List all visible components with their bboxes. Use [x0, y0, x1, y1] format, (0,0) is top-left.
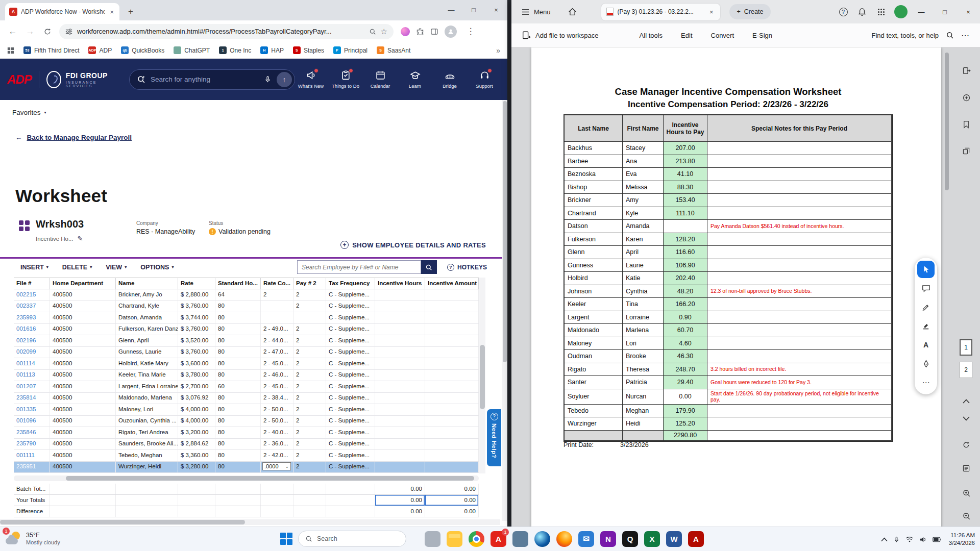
app-grid-icon[interactable] — [873, 4, 889, 19]
cell-incentive-amount[interactable] — [425, 462, 479, 473]
minimize-button[interactable]: — — [440, 0, 462, 19]
nav-bridge[interactable]: Bridge — [434, 70, 465, 89]
need-help-button[interactable]: ? Need Help? — [487, 409, 501, 466]
scrollbar-thumb[interactable] — [480, 345, 485, 409]
tab-convert[interactable]: Convert — [711, 32, 734, 39]
scrollbar-thumb[interactable] — [945, 53, 949, 190]
col-header[interactable]: Home Department — [50, 278, 116, 289]
taskbar-app-icon[interactable]: N — [600, 531, 616, 547]
bookmark-item[interactable]: ChatGPT — [174, 46, 210, 54]
grid-row[interactable]: 002099 400500 Gunness, Laurie $ 3,760.00… — [14, 347, 479, 359]
search-submit-icon[interactable]: ↑ — [277, 72, 292, 87]
cell-incentive-hours[interactable] — [375, 335, 425, 346]
zoom-in-icon[interactable] — [959, 485, 974, 500]
cell-rate-code[interactable]: 2 - 42.0...⌄ — [261, 450, 293, 461]
grid-row[interactable]: 235846 400500 Rigato, Teri Andrea $ 3,20… — [14, 427, 479, 439]
cell-file-number[interactable]: 001616 — [14, 324, 50, 335]
grid-row[interactable]: 001114 400500 Holbird, Katie Mary $ 3,60… — [14, 358, 479, 370]
cell-incentive-hours[interactable] — [375, 404, 425, 415]
scrollbar-thumb[interactable] — [66, 476, 474, 481]
export-pdf-icon[interactable] — [959, 63, 974, 78]
cell-file-number[interactable]: 002196 — [14, 335, 50, 346]
zoom-out-icon[interactable] — [959, 508, 974, 523]
browser-tab[interactable]: A ADP Workforce Now - Workshe... × — [5, 3, 119, 20]
cell-rate-code[interactable]: 2 - 45.0...⌄ — [261, 381, 293, 392]
grid-row[interactable]: 001111 400500 Tebedo, Meghan $ 3,360.00 … — [14, 450, 479, 462]
delete-menu[interactable]: DELETE▾ — [62, 264, 92, 271]
sign-tool-icon[interactable] — [917, 355, 935, 372]
bookmark-item[interactable]: ADP ADP — [88, 46, 112, 54]
bookmark-panel-icon[interactable] — [959, 117, 974, 132]
cell-rate-code[interactable]: 2 - 38.4...⌄ — [261, 393, 293, 404]
cell-rate-code[interactable]: ⌄ — [261, 301, 293, 312]
cell-incentive-amount[interactable] — [425, 427, 479, 438]
bookmark-item[interactable]: P Principal — [333, 46, 368, 54]
cell-file-number[interactable]: 235790 — [14, 439, 50, 450]
cell-incentive-amount[interactable] — [425, 312, 479, 323]
cell-incentive-amount[interactable] — [425, 416, 479, 427]
tab-close-icon[interactable]: × — [108, 8, 115, 16]
grid-horizontal-scrollbar[interactable] — [14, 475, 479, 481]
weather-widget[interactable]: 1 35°F Mostly cloudy — [5, 530, 60, 546]
extension-pink-icon[interactable] — [401, 27, 410, 36]
cell-rate-code[interactable]: 2 - 36.0...⌄ — [261, 439, 293, 450]
cell-incentive-amount[interactable] — [425, 324, 479, 335]
cell-incentive-hours[interactable] — [375, 370, 425, 381]
cell-file-number[interactable]: 002215 — [14, 289, 50, 300]
ai-assistant-icon[interactable] — [959, 90, 974, 106]
cell-incentive-amount[interactable] — [425, 370, 479, 381]
wifi-icon[interactable] — [905, 536, 914, 542]
cell-rate-code[interactable]: 2 - 50.0...⌄ — [261, 404, 293, 415]
taskbar-app-icon[interactable] — [556, 531, 572, 547]
cell-file-number[interactable]: 001113 — [14, 370, 50, 381]
maximize-button[interactable]: □ — [462, 0, 485, 19]
bookmarks-overflow-icon[interactable]: » — [496, 46, 500, 55]
page-down-icon[interactable] — [959, 411, 974, 426]
url-text[interactable]: workforcenow.adp.com/theme/admin.html#/P… — [77, 28, 364, 35]
taskbar-app-icon[interactable]: A 1 — [491, 531, 506, 547]
maximize-button[interactable]: □ — [933, 0, 957, 23]
col-header[interactable]: Incentive Hours — [375, 278, 425, 289]
cell-file-number[interactable]: 001335 — [14, 404, 50, 415]
cell-incentive-hours[interactable] — [375, 381, 425, 392]
bookmark-star-icon[interactable]: ☆ — [381, 27, 387, 36]
close-button[interactable]: × — [485, 0, 507, 19]
bookmark-item[interactable]: H HAP — [260, 46, 284, 54]
grid-row[interactable]: 235951 400500 Wurzinger, Heidi $ 3,280.0… — [14, 462, 479, 473]
start-button[interactable] — [280, 532, 293, 545]
cell-rate-code[interactable]: 2⌄ — [261, 289, 293, 300]
bookmark-item[interactable]: 1 One Inc — [219, 46, 251, 54]
clock[interactable]: 11:26 AM 3/24/2026 — [949, 532, 975, 547]
adp-search-placeholder[interactable]: Search for anything — [151, 76, 259, 83]
taskbar-search[interactable]: Search — [298, 531, 406, 547]
find-tools-button[interactable]: Find text, tools, or help ⋯ — [871, 31, 970, 40]
adp-search-bar[interactable]: Search for anything ↑ — [129, 69, 295, 90]
taskbar-app-icon[interactable] — [447, 531, 462, 547]
grid-row[interactable]: 001335 400500 Maloney, Lori $ 4,000.00 8… — [14, 404, 479, 416]
forward-icon[interactable]: → — [22, 24, 38, 39]
cell-file-number[interactable]: 002337 — [14, 301, 50, 312]
cell-rate-code[interactable]: .0000⌄ — [261, 462, 293, 473]
grid-row[interactable]: 001096 400500 Ouzounian, Cynthia ... $ 4… — [14, 416, 479, 428]
more-tools-icon[interactable]: ⋯ — [917, 374, 935, 391]
cell-incentive-amount[interactable] — [425, 404, 479, 415]
page-thumb-1[interactable]: 1 — [960, 339, 972, 356]
col-header[interactable]: Pay # 2 — [293, 278, 326, 289]
tray-chevron-icon[interactable] — [881, 537, 888, 542]
reading-mode-icon[interactable] — [959, 461, 974, 476]
tab-esign[interactable]: E-Sign — [752, 32, 772, 39]
cell-incentive-hours[interactable] — [375, 439, 425, 450]
grid-row[interactable]: 002196 400500 Glenn, April $ 3,520.00 80… — [14, 335, 479, 347]
cell-incentive-hours[interactable] — [375, 450, 425, 461]
cell-incentive-amount[interactable] — [425, 393, 479, 404]
adp-logo[interactable]: ADP — [7, 72, 32, 87]
cell-file-number[interactable]: 001114 — [14, 358, 50, 369]
taskbar-app-icon[interactable] — [512, 531, 528, 547]
grid-row[interactable]: 002215 400500 Brickner, Amy Jo $ 2,880.0… — [14, 289, 479, 301]
extensions-puzzle-icon[interactable] — [416, 28, 424, 36]
bookmark-item[interactable]: qb QuickBooks — [121, 46, 164, 54]
cell-file-number[interactable]: 002099 — [14, 347, 50, 358]
nav-support[interactable]: Support — [469, 70, 500, 89]
employee-search-field[interactable] — [297, 260, 421, 274]
hotkeys-button[interactable]: ? HOTKEYS — [447, 264, 487, 271]
